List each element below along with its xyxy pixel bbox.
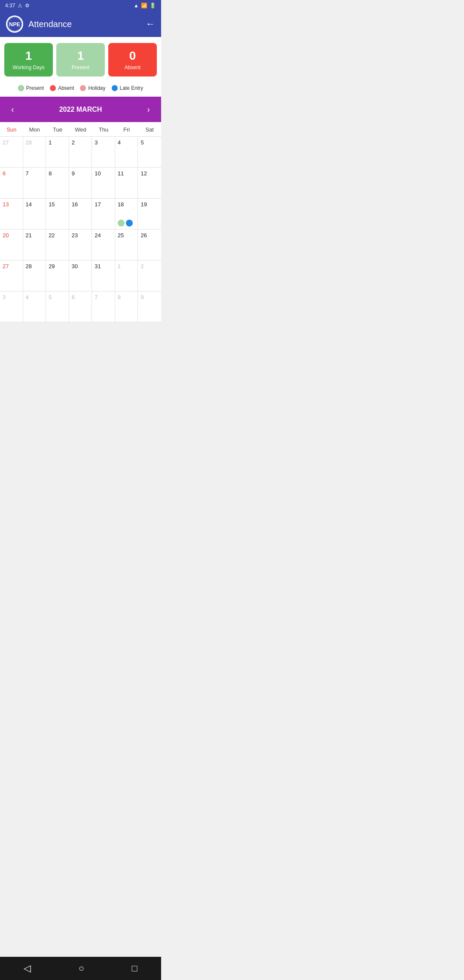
- calendar-cell-0[interactable]: 27: [0, 137, 23, 168]
- cal-date: 1: [118, 263, 121, 270]
- calendar-cell-30[interactable]: 29: [46, 260, 69, 291]
- cal-date: 16: [72, 201, 78, 208]
- signal-icon: 📶: [141, 3, 147, 9]
- cal-date: 11: [118, 170, 124, 177]
- cal-date: 2: [140, 263, 143, 270]
- calendar-month-year: 2022 MARCH: [59, 106, 102, 113]
- cal-date: 27: [3, 263, 9, 270]
- absent-card: 0 Absent: [108, 43, 157, 77]
- cal-date: 3: [3, 294, 6, 300]
- calendar-cell-16[interactable]: 15: [46, 199, 69, 230]
- cal-date: 31: [95, 263, 101, 270]
- legend-present-label: Present: [26, 85, 44, 91]
- present-value: 1: [77, 49, 84, 63]
- cal-date: 22: [49, 232, 55, 239]
- next-month-button[interactable]: ›: [143, 103, 153, 116]
- cal-date: 10: [95, 170, 101, 177]
- prev-month-button[interactable]: ‹: [8, 103, 18, 116]
- calendar-cell-35[interactable]: 3: [0, 291, 23, 322]
- day-header-sat: Sat: [138, 122, 161, 136]
- calendar-cell-6[interactable]: 5: [138, 137, 161, 168]
- calendar-cell-38[interactable]: 6: [69, 291, 92, 322]
- late-entry-dot: [112, 85, 118, 91]
- calendar-cell-14[interactable]: 13: [0, 199, 23, 230]
- cal-date: 3: [95, 139, 98, 146]
- legend-holiday-label: Holiday: [88, 85, 105, 91]
- calendar-cell-9[interactable]: 8: [46, 168, 69, 199]
- calendar-cell-13[interactable]: 12: [138, 168, 161, 199]
- cal-date: 12: [140, 170, 147, 177]
- calendar-cell-11[interactable]: 10: [92, 168, 115, 199]
- calendar-cell-28[interactable]: 27: [0, 260, 23, 291]
- calendar-cell-8[interactable]: 7: [23, 168, 46, 199]
- app-header: NPE Attendance ←: [0, 11, 161, 37]
- calendar-cell-39[interactable]: 7: [92, 291, 115, 322]
- legend-absent: Absent: [50, 85, 74, 91]
- calendar-cell-24[interactable]: 23: [69, 230, 92, 260]
- absent-label: Absent: [125, 64, 140, 70]
- calendar-cell-37[interactable]: 5: [46, 291, 69, 322]
- legend-absent-label: Absent: [58, 85, 74, 91]
- calendar-cell-15[interactable]: 14: [23, 199, 46, 230]
- calendar-cell-27[interactable]: 26: [138, 230, 161, 260]
- calendar-cell-33[interactable]: 1: [115, 260, 138, 291]
- legend-holiday: Holiday: [80, 85, 105, 91]
- cal-date: 28: [26, 263, 32, 270]
- calendar-cell-23[interactable]: 22: [46, 230, 69, 260]
- calendar-cell-41[interactable]: 9: [138, 291, 161, 322]
- app-logo: NPE: [6, 15, 23, 33]
- cal-date: 18: [118, 201, 124, 208]
- legend-present: Present: [18, 85, 44, 91]
- day-header-mon: Mon: [23, 122, 46, 136]
- calendar-cell-22[interactable]: 21: [23, 230, 46, 260]
- cal-date: 8: [118, 294, 121, 300]
- cal-date: 13: [3, 201, 9, 208]
- cal-date: 14: [26, 201, 32, 208]
- calendar-cell-29[interactable]: 28: [23, 260, 46, 291]
- battery-icon: 🔋: [150, 3, 156, 9]
- cal-date: 20: [3, 232, 9, 239]
- legend-late-entry-label: Late Entry: [120, 85, 143, 91]
- calendar-cell-10[interactable]: 9: [69, 168, 92, 199]
- calendar-cell-2[interactable]: 1: [46, 137, 69, 168]
- day-header-fri: Fri: [115, 122, 138, 136]
- calendar-cell-20[interactable]: 19: [138, 199, 161, 230]
- calendar-cell-7[interactable]: 6: [0, 168, 23, 199]
- legend-late-entry: Late Entry: [112, 85, 143, 91]
- back-button[interactable]: ←: [146, 18, 155, 30]
- day-header-wed: Wed: [69, 122, 92, 136]
- calendar-cell-36[interactable]: 4: [23, 291, 46, 322]
- calendar-cell-40[interactable]: 8: [115, 291, 138, 322]
- working-days-value: 1: [25, 49, 32, 63]
- cal-date: 6: [72, 294, 75, 300]
- calendar-cell-31[interactable]: 30: [69, 260, 92, 291]
- present-dot: [18, 85, 24, 91]
- calendar-cell-21[interactable]: 20: [0, 230, 23, 260]
- calendar-cell-3[interactable]: 2: [69, 137, 92, 168]
- cal-date: 17: [95, 201, 101, 208]
- cal-dot-present: [118, 220, 125, 227]
- calendar-cell-5[interactable]: 4: [115, 137, 138, 168]
- settings-icon: ⚙: [25, 3, 30, 9]
- working-days-card: 1 Working Days: [4, 43, 53, 77]
- cal-date: 2: [72, 139, 75, 146]
- cal-date: 4: [26, 294, 29, 300]
- cal-date: 30: [72, 263, 78, 270]
- present-card: 1 Present: [56, 43, 105, 77]
- calendar-cell-12[interactable]: 11: [115, 168, 138, 199]
- calendar-cell-34[interactable]: 2: [138, 260, 161, 291]
- calendar-cell-4[interactable]: 3: [92, 137, 115, 168]
- cal-date: 1: [49, 139, 52, 146]
- calendar-cell-1[interactable]: 28: [23, 137, 46, 168]
- cal-date: 7: [95, 294, 98, 300]
- calendar-cell-19[interactable]: 18: [115, 199, 138, 230]
- calendar-cell-32[interactable]: 31: [92, 260, 115, 291]
- cal-date: 5: [49, 294, 52, 300]
- calendar-cell-25[interactable]: 24: [92, 230, 115, 260]
- holiday-dot: [80, 85, 86, 91]
- calendar-cell-18[interactable]: 17: [92, 199, 115, 230]
- status-bar: 4:37 ⚠ ⚙ ▲ 📶 🔋: [0, 0, 161, 11]
- cal-date: 29: [49, 263, 55, 270]
- calendar-cell-26[interactable]: 25: [115, 230, 138, 260]
- calendar-cell-17[interactable]: 16: [69, 199, 92, 230]
